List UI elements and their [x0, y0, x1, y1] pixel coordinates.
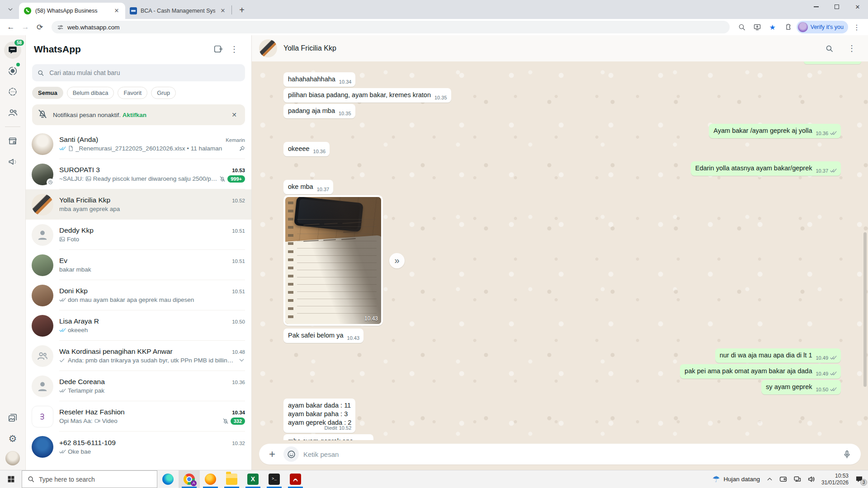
chat-search-bar[interactable] [32, 64, 245, 81]
message-area[interactable]: hahahahahhaha 10.34 pilihan biasa padang… [252, 61, 868, 440]
chat-list-item[interactable]: SUROPATI 310.53 ~SALJU: Ready piscok lum… [26, 159, 251, 189]
profile-avatar[interactable] [5, 451, 20, 465]
message-incoming[interactable]: pilihan biasa padang, ayam bakar, kremes… [283, 88, 451, 103]
reload-icon[interactable]: ⟳ [33, 21, 46, 33]
start-button[interactable] [0, 470, 22, 488]
message-incoming[interactable]: Pak safei belom ya 10.43 [283, 328, 363, 343]
taskbar-excel-button[interactable]: X [242, 470, 264, 488]
taskbar-firefox-button[interactable] [200, 470, 221, 488]
taskbar-clock[interactable]: 10:53 31/01/2026 [821, 473, 849, 486]
zoom-icon[interactable] [735, 21, 749, 33]
taskbar-chrome-button[interactable]: A [179, 470, 200, 488]
maximize-button[interactable] [826, 0, 847, 14]
attach-plus-icon[interactable]: + [265, 448, 279, 460]
message-outgoing[interactable]: sy ayam geprek 10.50 [761, 380, 841, 394]
message-outgoing[interactable]: Ayam bakar /ayam geprek aj yolla 10.36 [709, 124, 841, 138]
taskbar-search[interactable]: Type here to search [22, 470, 157, 488]
message-incoming-edited[interactable]: ayam bakar dada : 11 ayam bakar paha : 3… [283, 399, 355, 433]
profile-chip-label: Verify it's you [811, 24, 844, 30]
browser-tab-bca[interactable]: BCA - Cash Management Syste ✕ [125, 3, 231, 19]
extensions-icon[interactable] [781, 21, 795, 33]
composer-input-bar[interactable]: + [259, 444, 861, 465]
rail-settings-button[interactable]: ⚙ [4, 430, 21, 447]
taskbar-acrobat-button[interactable] [285, 470, 306, 488]
chat-list-item[interactable]: Lisa Araya R10.50 okeeeh [26, 310, 251, 341]
taskbar-edge-button[interactable] [157, 470, 179, 488]
filter-groups[interactable]: Grup [151, 87, 176, 99]
action-center-button[interactable]: 3 [855, 475, 863, 483]
site-info-icon[interactable] [57, 24, 64, 31]
avatar [32, 133, 53, 155]
screen-record-icon[interactable] [779, 475, 787, 483]
banner-action-link[interactable]: Aktifkan [123, 112, 146, 118]
chat-list-item[interactable]: Ev10.51 bakar mbak [26, 250, 251, 280]
message-outgoing[interactable]: pak pei ama pak omat ayam bakar aja dada… [680, 364, 841, 379]
scrollbar-thumb[interactable] [863, 232, 867, 387]
message-incoming[interactable]: hahahahahhaha 10.34 [283, 72, 355, 87]
rail-advertise-button[interactable] [4, 153, 21, 170]
chat-list-item[interactable]: Reseler Haz Fashion10.34 Opi Mas Aa: Vid… [26, 401, 251, 432]
chat-list-item[interactable]: +62 815-6111-10910.32 Oke bae [26, 432, 251, 462]
chat-list-item[interactable]: Wa Kordinasi penagihan KKP Anwar10.48 An… [26, 341, 251, 371]
address-bar[interactable]: web.whatsapp.com [52, 21, 730, 33]
tray-chevron-up-icon[interactable] [766, 476, 773, 483]
message-input[interactable] [303, 450, 835, 458]
back-icon[interactable]: ← [5, 21, 17, 33]
avatar [32, 254, 53, 276]
rail-communities-button[interactable] [4, 104, 21, 121]
chat-search-input[interactable] [49, 69, 240, 76]
forward-message-icon[interactable]: » [389, 253, 405, 268]
filter-all[interactable]: Semua [32, 87, 63, 99]
minimize-button[interactable] [806, 0, 826, 14]
tab-close-icon[interactable]: ✕ [113, 7, 121, 15]
message-incoming[interactable]: padang aja mba 10.35 [283, 104, 355, 118]
tab-close-icon[interactable]: ✕ [219, 7, 227, 15]
taskbar-explorer-button[interactable] [221, 470, 242, 488]
banner-close-icon[interactable]: ✕ [229, 110, 240, 119]
sidebar-menu-icon[interactable]: ⋮ [226, 41, 242, 57]
chrome-profile-chip[interactable]: Verify it's you [797, 21, 848, 33]
chevron-down-icon[interactable] [238, 357, 245, 364]
rail-chats-button[interactable]: 58 [4, 42, 21, 59]
microphone-icon[interactable] [839, 450, 854, 459]
message-outgoing[interactable]: nur di wa aja mau apa dia di lt 1 10.49 [715, 348, 841, 363]
chat-list-item[interactable]: Dede Coreana10.36 Terlampir pak [26, 371, 251, 401]
rail-catalog-button[interactable] [4, 132, 21, 150]
browser-tab-whatsapp[interactable]: (58) WhatsApp Business ✕ [19, 3, 125, 19]
chat-list-item[interactable]: Doni Kkp10.51 don mau ayam bakar apa gep… [26, 280, 251, 310]
chat-list-item[interactable]: Santi (Anda)Kemarin _Renemurasi_27122025… [26, 129, 251, 159]
message-incoming[interactable]: oke mba 10.37 [283, 180, 333, 194]
new-tab-button[interactable]: + [236, 4, 248, 16]
filter-favorites[interactable]: Favorit [118, 87, 147, 99]
contact-name[interactable]: Yolla Fricilia Kkp [283, 44, 815, 52]
rail-status-button[interactable] [4, 62, 21, 80]
tab-search-button[interactable] [4, 3, 17, 16]
volume-icon[interactable] [807, 475, 815, 483]
bookmark-star-icon[interactable]: ★ [766, 21, 779, 33]
new-chat-icon[interactable] [210, 41, 226, 57]
chat-list-item-selected[interactable]: Yolla Fricilia Kkp10.52 mba ayam geprek … [26, 189, 251, 220]
emoji-icon[interactable] [283, 446, 299, 462]
delivered-ticks-icon [830, 168, 837, 173]
message-incoming[interactable]: mba ayam geprek apa 10.52 [283, 434, 373, 440]
photo-thumbnail[interactable]: 10.43 [285, 197, 381, 324]
taskbar-terminal-button[interactable]: >_ [264, 470, 285, 488]
message-incoming[interactable]: okeeee 10.36 [283, 142, 330, 156]
forward-icon[interactable]: → [19, 21, 32, 33]
rail-media-button[interactable] [4, 409, 21, 427]
notification-banner[interactable]: Notifikasi pesan nonaktif. Aktifkan ✕ [32, 104, 245, 125]
taskbar-weather[interactable]: ☂ Hujan datang [712, 474, 760, 484]
close-window-button[interactable]: ✕ [847, 0, 868, 14]
rail-channels-button[interactable] [4, 83, 21, 100]
browser-menu-icon[interactable]: ⋮ [850, 21, 863, 33]
chat-list-item[interactable]: Deddy Kkp10.51 Foto [26, 220, 251, 250]
install-app-icon[interactable] [750, 21, 764, 33]
contact-avatar[interactable] [259, 39, 277, 57]
conversation-header[interactable]: Yolla Fricilia Kkp ⋮ [252, 35, 868, 61]
chat-menu-icon[interactable]: ⋮ [844, 40, 860, 56]
photo-message[interactable]: 10.43 [283, 195, 383, 326]
network-icon[interactable] [793, 475, 801, 483]
search-in-chat-icon[interactable] [821, 40, 837, 56]
filter-unread[interactable]: Belum dibaca [67, 87, 114, 99]
message-outgoing[interactable]: Edarin yolla atasnya ayam bakar/geprek 1… [691, 161, 841, 176]
